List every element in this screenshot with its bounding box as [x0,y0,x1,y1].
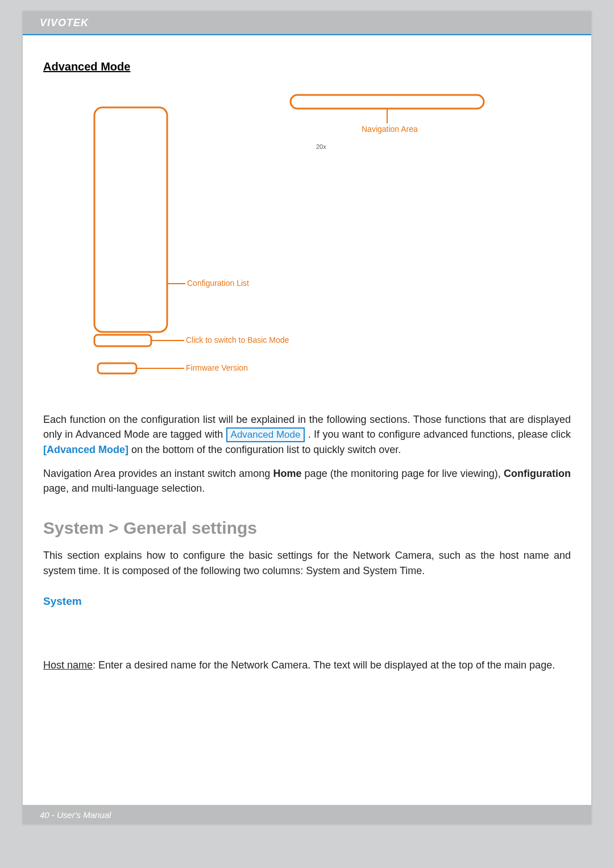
section-title-advanced-mode: Advanced Mode [43,60,571,73]
home-bold: Home [273,468,301,479]
label-firmware-version: Firmware Version [186,363,248,372]
label-zoom: 20x [316,143,326,150]
p2-tail: page, and multi-language selection. [43,483,205,494]
brand-label: VIVOTEK [40,17,89,29]
heading-system-general-settings: System > General settings [43,518,571,538]
svg-rect-0 [94,107,167,332]
page-footer-bar: 40 - User's Manual [23,805,591,824]
p1-mid: . If you want to configure advanced func… [305,429,571,440]
host-name-label: Host name [43,659,93,671]
advanced-mode-link: [Advanced Mode] [43,444,128,455]
paragraph-navigation-area: Navigation Area provides an instant swit… [43,466,571,496]
label-navigation-area: Navigation Area [362,124,418,134]
paragraph-general-settings: This section explains how to configure t… [43,548,571,578]
svg-rect-2 [291,95,484,109]
page-header-bar: VIVOTEK [23,11,591,34]
svg-rect-4 [94,335,151,346]
diagram-svg [43,85,571,403]
footer-page-label: 40 - User's Manual [40,810,111,820]
p1-tail: on the bottom of the configuration list … [128,444,401,455]
paragraph-host-name: Host name: Enter a desired name for the … [43,658,571,672]
advanced-mode-tag: Advanced Mode [226,427,305,442]
label-configuration-list: Configuration List [187,279,249,288]
label-switch-basic: Click to switch to Basic Mode [186,335,289,344]
document-page: VIVOTEK Advanced Mode Na [23,11,591,824]
paragraph-advanced-explain: Each function on the configuration list … [43,412,571,457]
system-screenshot-placeholder [43,614,571,649]
p2-lead: Navigation Area provides an instant swit… [43,468,273,479]
ui-diagram: Navigation Area 20x Configuration List C… [43,85,571,403]
page-content: Advanced Mode Navigation Area 20x [23,35,591,672]
subheading-system: System [43,595,571,608]
configuration-bold: Configuration [504,468,571,479]
host-name-text: : Enter a desired name for the Network C… [93,659,555,671]
p2-mid: page (the monitoring page for live viewi… [301,468,504,479]
svg-rect-6 [98,363,136,373]
